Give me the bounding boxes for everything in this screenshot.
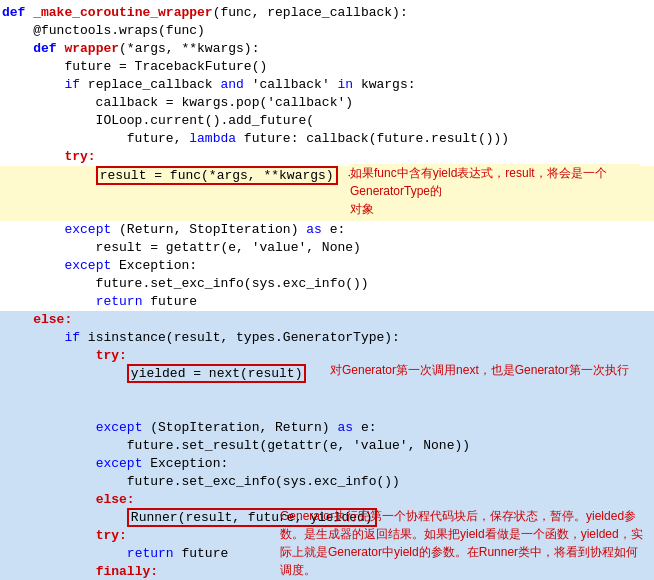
code-line-16: else: <box>0 311 654 329</box>
code-container: def _make_coroutine_wrapper(func, replac… <box>0 0 654 580</box>
func-name: _make_coroutine_wrapper <box>33 5 212 20</box>
code-line-1: def _make_coroutine_wrapper(func, replac… <box>0 4 654 22</box>
code-line-23: future.set_exc_info(sys.exc_info()) <box>0 473 654 491</box>
code-line-17: if isinstance(result, types.GeneratorTyp… <box>0 329 654 347</box>
code-line-20: except (StopIteration, Return) as e: <box>0 419 654 437</box>
code-line-21: future.set_result(getattr(e, 'value', No… <box>0 437 654 455</box>
code-line-28: finally: Generator执行完第一个协程代码块后，保存状态，暂停。y… <box>0 563 654 580</box>
code-line-8: future, lambda future: callback(future.r… <box>0 130 654 148</box>
code-line-6: callback = kwargs.pop('callback') <box>0 94 654 112</box>
annotation-text-2: 对Generator第一次调用next，也是Generator第一次执行 <box>330 361 630 379</box>
code-line-4: future = TracebackFuture() <box>0 58 654 76</box>
code-line-11: except (Return, StopIteration) as e: <box>0 221 654 239</box>
code-line-5: if replace_callback and 'callback' in kw… <box>0 76 654 94</box>
annotation-text-3: Generator执行完第一个协程代码块后，保存状态，暂停。yielded参数。… <box>280 507 650 579</box>
code-line-13: except Exception: <box>0 257 654 275</box>
code-line-10: result = func(*args, **kwargs)◄ 如果func中含… <box>0 166 654 221</box>
keyword-def: def <box>2 5 25 20</box>
code-line-19: yielded = next(result) 对Generator第一次调用ne… <box>0 365 654 419</box>
annotation-text-1: 如果func中含有yield表达式，result，将会是一个GeneratorT… <box>350 164 640 218</box>
code-line-15: return future <box>0 293 654 311</box>
code-line-3: def wrapper(*args, **kwargs): <box>0 40 654 58</box>
code-line-22: except Exception: <box>0 455 654 473</box>
code-line-7: IOLoop.current().add_future( <box>0 112 654 130</box>
code-line-14: future.set_exc_info(sys.exc_info()) <box>0 275 654 293</box>
code-line-2: @functools.wraps(func) <box>0 22 654 40</box>
result-box: result = func(*args, **kwargs) <box>96 166 338 185</box>
code-line-12: result = getattr(e, 'value', None) <box>0 239 654 257</box>
yielded-box: yielded = next(result) <box>127 364 307 383</box>
